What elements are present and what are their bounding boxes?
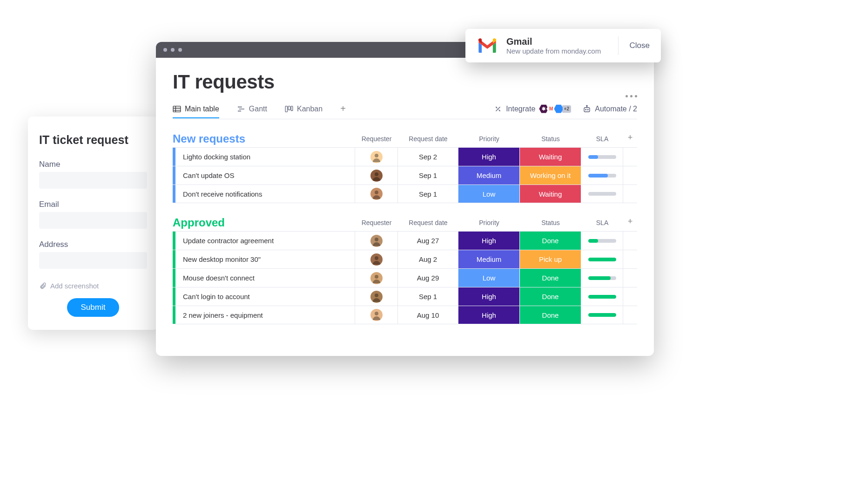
submit-button[interactable]: Submit	[67, 298, 120, 317]
column-header-sla[interactable]: SLA	[581, 135, 623, 145]
requester-cell[interactable]	[355, 185, 398, 203]
avatar	[370, 272, 383, 284]
date-cell[interactable]: Aug 2	[398, 250, 458, 268]
status-cell[interactable]: Done	[520, 232, 581, 250]
date-cell[interactable]: Sep 1	[398, 287, 458, 306]
item-name-cell[interactable]: Don't receive notifications	[175, 185, 355, 203]
sla-cell[interactable]	[581, 232, 623, 250]
status-cell[interactable]: Done	[520, 287, 581, 306]
column-header-status[interactable]: Status	[520, 219, 581, 229]
table-row[interactable]: Update contractor agreementAug 27HighDon…	[173, 231, 637, 250]
tab-label: Kanban	[297, 105, 323, 113]
item-name-cell[interactable]: Can't update OS	[175, 166, 355, 184]
item-name-cell[interactable]: Update contractor agreement	[175, 232, 355, 250]
tab-gantt[interactable]: Gantt	[237, 105, 267, 118]
add-view-button[interactable]: +	[340, 103, 346, 119]
sla-progress	[588, 258, 616, 261]
status-cell[interactable]: Done	[520, 306, 581, 324]
add-screenshot-link[interactable]: Add screenshot	[39, 282, 147, 290]
table-row[interactable]: Mouse doesn't connectAug 29LowDone	[173, 268, 637, 287]
date-cell[interactable]: Aug 27	[398, 232, 458, 250]
item-name-cell[interactable]: Can't login to account	[175, 287, 355, 306]
table-row[interactable]: 2 new joiners - equipmentAug 10HighDone	[173, 306, 637, 324]
sla-cell[interactable]	[581, 269, 623, 287]
table-row[interactable]: Can't login to accountSep 1HighDone	[173, 287, 637, 306]
priority-cell[interactable]: High	[458, 232, 520, 250]
requester-cell[interactable]	[355, 166, 398, 184]
group-title[interactable]: New requests	[173, 132, 355, 145]
item-name-cell[interactable]: Lighto docking station	[175, 148, 355, 166]
automate-button[interactable]: Automate / 2	[583, 105, 637, 113]
requester-cell[interactable]	[355, 269, 398, 287]
requester-cell[interactable]	[355, 232, 398, 250]
requester-cell[interactable]	[355, 250, 398, 268]
toast-close-button[interactable]: Close	[618, 36, 661, 55]
item-name-cell[interactable]: Mouse doesn't connect	[175, 269, 355, 287]
sla-cell[interactable]	[581, 287, 623, 306]
priority-cell[interactable]: Low	[458, 185, 520, 203]
status-cell[interactable]: Pick up	[520, 250, 581, 268]
column-header-priority[interactable]: Priority	[458, 135, 520, 145]
table-row[interactable]: Lighto docking stationSep 2HighWaiting	[173, 147, 637, 166]
column-header-priority[interactable]: Priority	[458, 219, 520, 229]
form-title: IT ticket request	[39, 133, 147, 147]
gmail-icon	[477, 38, 498, 54]
table-row[interactable]: Don't receive notificationsSep 1LowWaiti…	[173, 184, 637, 203]
traffic-light-dot[interactable]	[163, 48, 167, 52]
sla-cell[interactable]	[581, 250, 623, 268]
svg-rect-0	[173, 106, 181, 111]
ticket-form-card: IT ticket request Name Email Address Add…	[28, 116, 158, 330]
svg-point-13	[585, 109, 586, 110]
integrate-button[interactable]: Integrate ✱ M +2	[494, 104, 572, 114]
column-header-date[interactable]: Request date	[398, 135, 458, 145]
email-input[interactable]	[39, 212, 147, 229]
name-input[interactable]	[39, 172, 147, 189]
priority-cell[interactable]: Medium	[458, 166, 520, 184]
tab-label: Gantt	[249, 105, 267, 113]
group-title[interactable]: Approved	[173, 216, 355, 229]
item-name-cell[interactable]: 2 new joiners - equipment	[175, 306, 355, 324]
more-menu-button[interactable]	[626, 95, 637, 97]
add-column-button[interactable]: +	[623, 217, 637, 229]
status-cell[interactable]: Waiting	[520, 185, 581, 203]
status-cell[interactable]: Working on it	[520, 166, 581, 184]
column-header-requester[interactable]: Requester	[355, 219, 398, 229]
row-end-spacer	[623, 269, 637, 287]
sla-progress	[588, 192, 616, 196]
priority-cell[interactable]: High	[458, 287, 520, 306]
status-cell[interactable]: Waiting	[520, 148, 581, 166]
traffic-light-dot[interactable]	[178, 48, 182, 52]
requester-cell[interactable]	[355, 148, 398, 166]
sla-cell[interactable]	[581, 185, 623, 203]
add-screenshot-label: Add screenshot	[50, 282, 99, 290]
date-cell[interactable]: Aug 29	[398, 269, 458, 287]
requester-cell[interactable]	[355, 287, 398, 306]
traffic-light-dot[interactable]	[171, 48, 175, 52]
priority-cell[interactable]: High	[458, 306, 520, 324]
priority-cell[interactable]: High	[458, 148, 520, 166]
column-header-sla[interactable]: SLA	[581, 219, 623, 229]
tab-kanban[interactable]: Kanban	[285, 105, 323, 118]
requester-cell[interactable]	[355, 306, 398, 324]
date-cell[interactable]: Sep 1	[398, 166, 458, 184]
status-cell[interactable]: Done	[520, 269, 581, 287]
date-cell[interactable]: Aug 10	[398, 306, 458, 324]
tab-main-table[interactable]: Main table	[173, 105, 219, 118]
column-header-status[interactable]: Status	[520, 135, 581, 145]
sla-progress	[588, 174, 616, 178]
table-row[interactable]: New desktop monitor 30"Aug 2MediumPick u…	[173, 250, 637, 268]
add-column-button[interactable]: +	[623, 133, 637, 145]
priority-cell[interactable]: Medium	[458, 250, 520, 268]
column-header-requester[interactable]: Requester	[355, 135, 398, 145]
sla-cell[interactable]	[581, 166, 623, 184]
date-cell[interactable]: Sep 2	[398, 148, 458, 166]
column-header-date[interactable]: Request date	[398, 219, 458, 229]
item-name-cell[interactable]: New desktop monitor 30"	[175, 250, 355, 268]
priority-cell[interactable]: Low	[458, 269, 520, 287]
sla-cell[interactable]	[581, 306, 623, 324]
address-input[interactable]	[39, 252, 147, 269]
avatar	[370, 291, 383, 303]
date-cell[interactable]: Sep 1	[398, 185, 458, 203]
table-row[interactable]: Can't update OSSep 1MediumWorking on it	[173, 166, 637, 184]
sla-cell[interactable]	[581, 148, 623, 166]
